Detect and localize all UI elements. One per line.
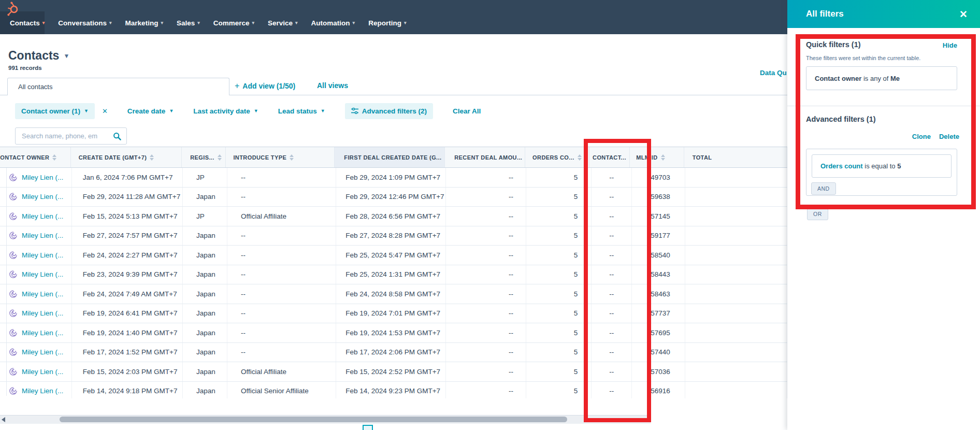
contact-link[interactable]: Miley Lien (... <box>22 309 63 317</box>
column-header-recent[interactable]: RECENT DEAL AMOU... <box>445 147 525 167</box>
table-row[interactable]: Miley Lien (...Feb 17, 2024 1:52 PM GMT+… <box>0 343 787 363</box>
contact-preview-icon[interactable] <box>9 270 18 279</box>
quick-filter-condition[interactable]: Contact owner is any of Me <box>806 66 957 90</box>
table-row[interactable]: Miley Lien (...Feb 29, 2024 11:28 AM GMT… <box>0 188 787 207</box>
contact-preview-icon[interactable] <box>9 231 18 240</box>
contact-preview-icon[interactable] <box>9 309 18 318</box>
contact-link[interactable]: Miley Lien (... <box>22 290 63 298</box>
contact-link[interactable]: Miley Lien (... <box>22 270 63 278</box>
cell-owner[interactable]: Miley Lien (... <box>0 188 72 207</box>
column-header-owner[interactable]: CONTACT OWNER <box>0 147 71 167</box>
contact-preview-icon[interactable] <box>9 367 18 376</box>
contact-link[interactable]: Miley Lien (... <box>22 329 63 337</box>
contact-link[interactable]: Miley Lien (... <box>22 232 63 239</box>
cell-owner[interactable]: Miley Lien (... <box>0 168 72 187</box>
contact-preview-icon[interactable] <box>9 386 18 395</box>
clone-link[interactable]: Clone <box>912 133 931 140</box>
data-quality-link[interactable]: Data Qu <box>760 69 787 77</box>
table-row[interactable]: Miley Lien (...Feb 14, 2024 9:18 PM GMT+… <box>0 382 787 399</box>
sort-arrows-icon[interactable] <box>150 154 154 161</box>
filter-chip-bar: Contact owner (1) ▼ ✕ Create date ▼ Last… <box>15 102 481 120</box>
contact-preview-icon[interactable] <box>9 251 18 260</box>
and-button[interactable]: AND <box>811 182 836 195</box>
contact-link[interactable]: Miley Lien (... <box>22 174 63 181</box>
page-title[interactable]: Contacts ▼ <box>8 49 69 63</box>
sort-arrows-icon[interactable] <box>290 154 294 161</box>
search-input[interactable] <box>21 132 112 140</box>
nav-item-automation[interactable]: Automation ▾ <box>305 11 362 34</box>
column-header-contact[interactable]: CONTACT... <box>589 147 630 167</box>
filter-chip-clear-all[interactable]: Clear All <box>453 107 481 115</box>
contact-preview-icon[interactable] <box>9 212 18 221</box>
or-button[interactable]: OR <box>807 208 828 220</box>
nav-item-marketing[interactable]: Marketing ▾ <box>119 11 170 34</box>
cell-owner[interactable]: Miley Lien (... <box>0 304 72 323</box>
table-row[interactable]: Miley Lien (...Feb 15, 2024 5:13 PM GMT+… <box>0 207 787 226</box>
column-header-first_deal[interactable]: FIRST DEAL CREATED DATE (G... <box>335 147 445 167</box>
filter-chip-last-activity-date[interactable]: Last activity date ▼ <box>193 107 258 115</box>
sort-arrows-icon[interactable] <box>661 154 665 161</box>
table-row[interactable]: Miley Lien (...Feb 15, 2024 2:03 PM GMT+… <box>0 362 787 382</box>
sort-arrows-icon[interactable] <box>52 154 56 161</box>
nav-item-sales[interactable]: Sales ▾ <box>170 11 207 34</box>
cell-owner[interactable]: Miley Lien (... <box>0 382 72 399</box>
cell-owner[interactable]: Miley Lien (... <box>0 207 72 226</box>
sort-arrows-icon[interactable] <box>578 154 582 161</box>
table-row[interactable]: Miley Lien (...Feb 19, 2024 1:40 PM GMT+… <box>0 323 787 343</box>
table-row[interactable]: Miley Lien (...Feb 24, 2024 7:49 AM GMT+… <box>0 284 787 304</box>
advanced-filter-condition[interactable]: Orders count is equal to 5 <box>812 154 952 178</box>
table-row[interactable]: Miley Lien (...Feb 23, 2024 9:39 PM GMT+… <box>0 265 787 285</box>
contact-preview-icon[interactable] <box>9 348 18 356</box>
add-view-button[interactable]: +Add view (1/50) <box>235 81 295 91</box>
horizontal-scrollbar[interactable] <box>0 415 651 424</box>
cell-owner[interactable]: Miley Lien (... <box>0 265 72 284</box>
contact-preview-icon[interactable] <box>9 192 18 201</box>
contact-preview-icon[interactable] <box>9 328 18 337</box>
sort-arrows-icon[interactable] <box>218 154 222 161</box>
scroll-left-arrow-icon[interactable] <box>2 417 5 422</box>
cell-owner[interactable]: Miley Lien (... <box>0 284 72 304</box>
nav-item-commerce[interactable]: Commerce ▾ <box>207 11 261 34</box>
chevron-down-icon: ▼ <box>254 108 258 113</box>
delete-link[interactable]: Delete <box>939 133 959 140</box>
column-header-introduce[interactable]: INTRODUCE TYPE <box>226 147 335 167</box>
contact-link[interactable]: Miley Lien (... <box>22 193 63 200</box>
tab-all-contacts[interactable]: All contacts <box>7 78 229 95</box>
all-views-link[interactable]: All views <box>317 81 348 90</box>
filter-chip-create-date[interactable]: Create date ▼ <box>127 107 174 115</box>
contact-preview-icon[interactable] <box>9 173 18 182</box>
cell-owner[interactable]: Miley Lien (... <box>0 343 72 362</box>
nav-item-contacts[interactable]: Contacts ▾ <box>3 11 51 34</box>
contact-link[interactable]: Miley Lien (... <box>22 387 63 395</box>
cell-owner[interactable]: Miley Lien (... <box>0 323 72 342</box>
nav-item-reporting[interactable]: Reporting ▾ <box>362 11 413 34</box>
column-header-mlm[interactable]: MLM ID <box>630 147 684 167</box>
cell-owner[interactable]: Miley Lien (... <box>0 362 72 381</box>
contact-link[interactable]: Miley Lien (... <box>22 251 63 259</box>
table-row[interactable]: Miley Lien (...Jan 6, 2024 7:06 PM GMT+7… <box>0 168 787 188</box>
column-header-orders[interactable]: ORDERS CO... <box>525 147 589 167</box>
search-icon[interactable] <box>113 132 121 140</box>
filter-chip-advanced-filters-2-[interactable]: Advanced filters (2) <box>345 103 433 119</box>
nav-item-service[interactable]: Service ▾ <box>261 11 305 34</box>
scrollbar-thumb[interactable] <box>60 417 567 422</box>
chevron-down-icon: ▼ <box>63 52 69 60</box>
contact-link[interactable]: Miley Lien (... <box>22 348 63 356</box>
table-row[interactable]: Miley Lien (...Feb 24, 2024 2:27 PM GMT+… <box>0 246 787 265</box>
close-icon[interactable]: ✕ <box>959 9 968 19</box>
cell-owner[interactable]: Miley Lien (... <box>0 226 72 246</box>
filter-chip-contact-owner-1-[interactable]: Contact owner (1) ▼ <box>15 103 95 119</box>
contact-link[interactable]: Miley Lien (... <box>22 368 63 376</box>
remove-filter-icon[interactable]: ✕ <box>102 107 108 115</box>
contact-preview-icon[interactable] <box>9 290 18 298</box>
table-row[interactable]: Miley Lien (...Feb 27, 2024 7:57 PM GMT+… <box>0 226 787 246</box>
filter-chip-lead-status[interactable]: Lead status ▼ <box>278 107 325 115</box>
cell-owner[interactable]: Miley Lien (... <box>0 246 72 265</box>
contact-link[interactable]: Miley Lien (... <box>22 212 63 220</box>
hide-link[interactable]: Hide <box>943 41 957 49</box>
column-header-create[interactable]: CREATE DATE (GMT+7) <box>71 147 182 167</box>
table-row[interactable]: Miley Lien (...Feb 19, 2024 6:41 PM GMT+… <box>0 304 787 324</box>
column-header-total[interactable]: TOTAL <box>684 147 787 167</box>
column-header-region[interactable]: REGIS... <box>182 147 226 167</box>
nav-item-conversations[interactable]: Conversations ▾ <box>51 11 118 34</box>
